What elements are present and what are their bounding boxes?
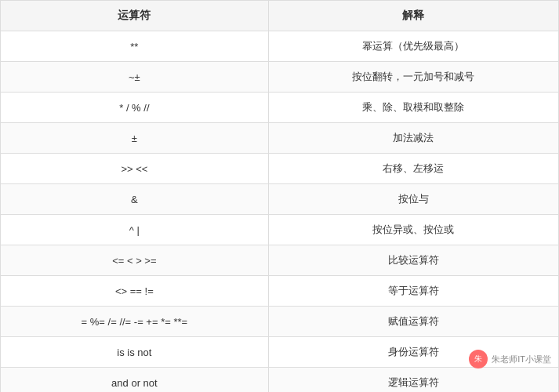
- table-row: <= < > >=比较运算符: [1, 245, 559, 276]
- cell-operator: ^ |: [1, 215, 269, 245]
- cell-operator: ~±: [1, 62, 269, 93]
- cell-description: 逻辑运算符: [268, 368, 558, 393]
- cell-description: 按位与: [268, 184, 558, 215]
- cell-description: 右移、左移运: [268, 154, 558, 184]
- table-header-row: 运算符 解释: [1, 1, 559, 31]
- cell-operator: <> == !=: [1, 276, 269, 307]
- header-description: 解释: [268, 1, 558, 31]
- header-operator: 运算符: [1, 1, 269, 31]
- cell-description: 按位异或、按位或: [268, 215, 558, 245]
- table-row: ~±按位翻转，一元加号和减号: [1, 62, 559, 93]
- cell-operator: <= < > >=: [1, 245, 269, 276]
- cell-description: 按位翻转，一元加号和减号: [268, 62, 558, 93]
- cell-operator: * / % //: [1, 93, 269, 123]
- table-row: >> <<右移、左移运: [1, 154, 559, 184]
- cell-description: 加法减法: [268, 123, 558, 154]
- watermark: 朱 朱老师IT小课堂: [469, 350, 551, 368]
- cell-operator: **: [1, 31, 269, 62]
- cell-operator: is is not: [1, 337, 269, 368]
- watermark-text: 朱老师IT小课堂: [492, 354, 551, 365]
- table-row: = %= /= //= -= += *= **=赋值运算符: [1, 307, 559, 337]
- cell-operator: >> <<: [1, 154, 269, 184]
- table-row: ^ |按位异或、按位或: [1, 215, 559, 245]
- cell-operator: ±: [1, 123, 269, 154]
- cell-operator: &: [1, 184, 269, 215]
- table-body: **幂运算（优先级最高）~±按位翻转，一元加号和减号* / % //乘、除、取模…: [1, 31, 559, 393]
- cell-description: 赋值运算符: [268, 307, 558, 337]
- cell-description: 幂运算（优先级最高）: [268, 31, 558, 62]
- cell-description: 乘、除、取模和取整除: [268, 93, 558, 123]
- table-row: <> == !=等于运算符: [1, 276, 559, 307]
- cell-description: 比较运算符: [268, 245, 558, 276]
- table-row: ±加法减法: [1, 123, 559, 154]
- cell-description: 等于运算符: [268, 276, 558, 307]
- cell-operator: and or not: [1, 368, 269, 393]
- operator-table: 运算符 解释 **幂运算（优先级最高）~±按位翻转，一元加号和减号* / % /…: [0, 0, 559, 392]
- table-row: and or not逻辑运算符: [1, 368, 559, 393]
- table-row: * / % //乘、除、取模和取整除: [1, 93, 559, 123]
- table-row: &按位与: [1, 184, 559, 215]
- watermark-avatar: 朱: [469, 350, 488, 368]
- cell-operator: = %= /= //= -= += *= **=: [1, 307, 269, 337]
- table-row: **幂运算（优先级最高）: [1, 31, 559, 62]
- operator-table-container: 运算符 解释 **幂运算（优先级最高）~±按位翻转，一元加号和减号* / % /…: [0, 0, 559, 392]
